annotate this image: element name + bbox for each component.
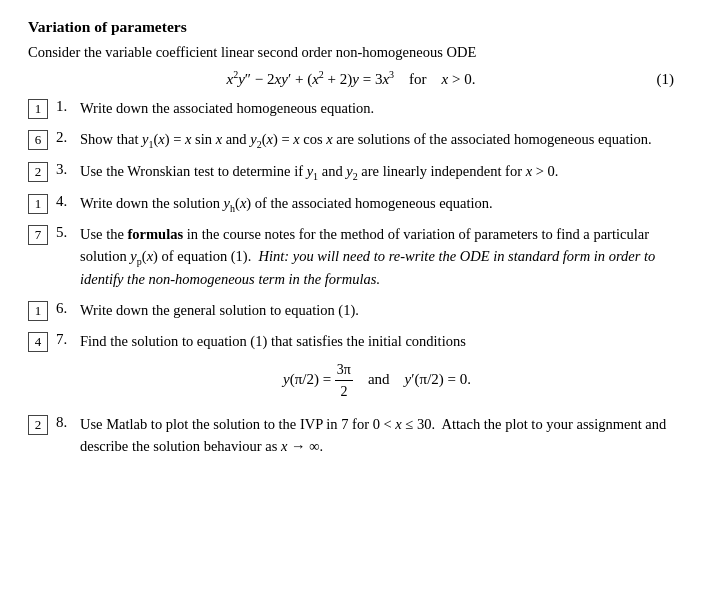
item-content-2: Show that y1(x) = x sin x and y2(x) = x … [80,129,674,152]
and-text: and [368,371,390,387]
section-title: Variation of parameters [28,18,674,36]
mark-box-5: 7 [28,225,48,245]
item-number-4: 4. [56,193,74,210]
main-equation: x2y″ − 2xy′ + (x2 + 2)y = 3x3 for x > 0. [227,71,476,87]
list-item: 2 3. Use the Wronskian test to determine… [28,161,674,184]
initial-conditions: y(π/2) = 3π 2 and y′(π/2) = 0. [80,359,674,402]
item-number-2: 2. [56,129,74,146]
item-content-4: Write down the solution yh(x) of the ass… [80,193,674,216]
list-item: 4 7. Find the solution to equation (1) t… [28,331,674,406]
mark-box-1: 1 [28,99,48,119]
list-item: 6 2. Show that y1(x) = x sin x and y2(x)… [28,129,674,152]
item-content-3: Use the Wronskian test to determine if y… [80,161,674,184]
equation-number: (1) [657,70,675,87]
fraction-3pi-2: 3π 2 [335,359,353,402]
item-content-6: Write down the general solution to equat… [80,300,674,322]
mark-box-8: 2 [28,415,48,435]
list-item: 7 5. Use the formulas in the course note… [28,224,674,290]
intro-text: Consider the variable coefficient linear… [28,44,674,61]
list-item: 2 8. Use Matlab to plot the solution to … [28,414,674,458]
item-number-8: 8. [56,414,74,431]
item-number-3: 3. [56,161,74,178]
item-number-7: 7. [56,331,74,348]
item-content-7: Find the solution to equation (1) that s… [80,331,674,406]
mark-box-3: 2 [28,162,48,182]
main-equation-block: x2y″ − 2xy′ + (x2 + 2)y = 3x3 for x > 0.… [28,69,674,88]
item-content-5: Use the formulas in the course notes for… [80,224,674,290]
item-number-1: 1. [56,98,74,115]
list-item: 1 1. Write down the associated homogeneo… [28,98,674,120]
list-item: 1 6. Write down the general solution to … [28,300,674,322]
item-number-5: 5. [56,224,74,241]
list-item: 1 4. Write down the solution yh(x) of th… [28,193,674,216]
questions-list: 1 1. Write down the associated homogeneo… [28,98,674,458]
item-content-8: Use Matlab to plot the solution to the I… [80,414,674,458]
mark-box-7: 4 [28,332,48,352]
fraction-denominator: 2 [335,381,353,402]
item7-text: Find the solution to equation (1) that s… [80,333,466,349]
fraction-numerator: 3π [335,359,353,381]
item-number-6: 6. [56,300,74,317]
mark-box-4: 1 [28,194,48,214]
mark-box-2: 6 [28,130,48,150]
mark-box-6: 1 [28,301,48,321]
item-content-1: Write down the associated homogeneous eq… [80,98,674,120]
